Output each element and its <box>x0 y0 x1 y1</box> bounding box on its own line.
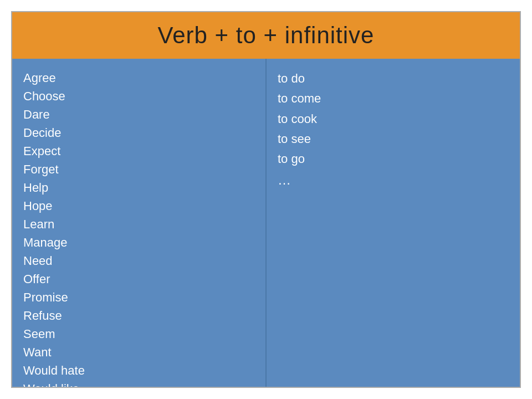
verb-item: Choose <box>23 87 254 105</box>
verb-item: Need <box>23 252 254 270</box>
infinitive-item: to go <box>278 149 509 169</box>
slide-title: Verb + to + infinitive <box>23 22 509 49</box>
verb-item: Offer <box>23 270 254 288</box>
verb-item: Expect <box>23 142 254 160</box>
verb-item: Dare <box>23 105 254 124</box>
verb-item: Would hate <box>23 361 254 380</box>
infinitive-item: to do <box>278 69 509 89</box>
verb-item: Promise <box>23 288 254 306</box>
verb-item: Seem <box>23 325 254 343</box>
verb-item: Manage <box>23 233 254 252</box>
infinitive-item: to come <box>278 89 509 109</box>
verbs-column: AgreeChooseDareDecideExpectForgetHelpHop… <box>12 59 267 388</box>
verb-item: Learn <box>23 215 254 233</box>
verb-item: Forget <box>23 160 254 178</box>
infinitives-column: to doto cometo cookto seeto go… <box>267 59 520 388</box>
ellipsis-item: … <box>278 169 509 191</box>
verb-item: Help <box>23 178 254 197</box>
infinitive-item: to cook <box>278 109 509 129</box>
slide-container: Verb + to + infinitive AgreeChooseDareDe… <box>11 11 521 388</box>
verb-item: Would like <box>23 380 254 388</box>
verb-item: Agree <box>23 69 254 87</box>
slide-header: Verb + to + infinitive <box>12 12 520 59</box>
verb-item: Hope <box>23 197 254 215</box>
verb-item: Decide <box>23 124 254 142</box>
slide-body: AgreeChooseDareDecideExpectForgetHelpHop… <box>12 59 520 388</box>
verb-item: Want <box>23 343 254 361</box>
infinitive-item: to see <box>278 129 509 149</box>
verb-item: Refuse <box>23 306 254 325</box>
